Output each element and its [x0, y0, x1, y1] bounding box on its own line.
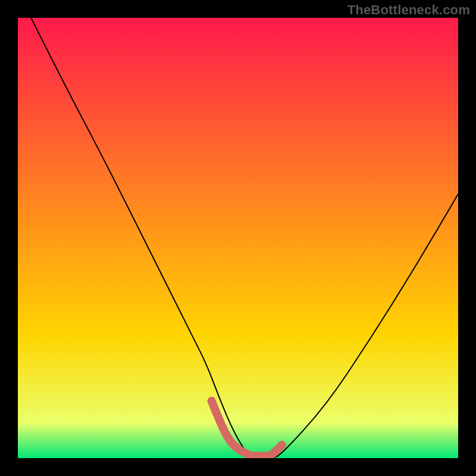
chart-svg [18, 18, 458, 458]
plot-area [18, 18, 458, 458]
watermark-text: TheBottleneck.com [347, 2, 470, 18]
gradient-background [18, 18, 458, 458]
chart-frame: TheBottleneck.com [0, 0, 476, 476]
